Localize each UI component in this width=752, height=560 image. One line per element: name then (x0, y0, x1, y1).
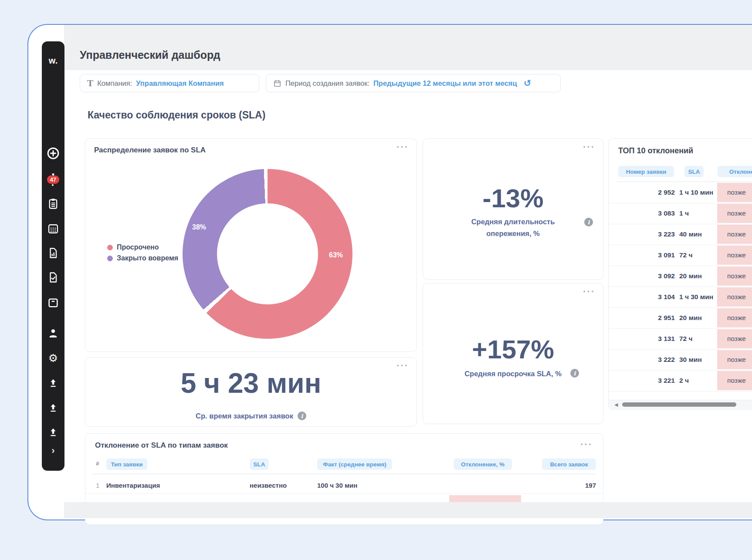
expand-chevron-icon: › (51, 446, 54, 455)
page-title: Управленческий дашборд (80, 49, 220, 61)
deviation-cell: позже (717, 225, 752, 244)
card-menu-button[interactable]: ··· (583, 142, 595, 153)
deviation-cell: позже (717, 246, 752, 265)
legend-dot-red (107, 245, 113, 250)
row-index: 1 (96, 477, 99, 493)
request-type: Инвентаризация (106, 477, 160, 493)
user-icon[interactable] (46, 326, 60, 340)
column-header-deviation[interactable]: Отклонение (718, 166, 752, 177)
deviation-value: позже (727, 230, 746, 238)
lead-time-label: Средняя длительность опережения, % (423, 216, 603, 240)
sla-value: 2 ч (679, 370, 689, 391)
table-row: 3 092 20 мин позже (609, 266, 752, 287)
legend-item-on-time[interactable]: Закрыто вовремя (107, 254, 178, 262)
horizontal-scrollbar[interactable]: ◀ (609, 400, 752, 409)
deviation-value: позже (727, 356, 746, 363)
overdue-avg-card: ··· +157% Средняя просрочка SLA, % i (423, 283, 603, 424)
column-header-fact[interactable]: Факт (среднее время) (317, 459, 392, 470)
table-row: 3 223 40 мин позже (609, 224, 752, 245)
period-filter[interactable]: Период создания заявок: Предыдущие 12 ме… (266, 74, 561, 92)
card-menu-button[interactable]: ··· (396, 142, 409, 153)
sla-donut-chart[interactable] (183, 169, 352, 339)
column-header-sla[interactable]: SLA (250, 459, 269, 470)
table-row: 3 222 30 мин позже (609, 349, 752, 371)
calendar-grid-icon[interactable] (46, 222, 60, 236)
request-number: 3 092 (609, 266, 675, 287)
table-row: 2 952 1 ч 10 мин позже (609, 182, 752, 203)
request-number: 3 222 (609, 349, 675, 370)
lead-time-label-line2: опережения, % (423, 228, 603, 240)
clipboard-list-icon[interactable] (46, 197, 60, 211)
upload-icon[interactable] (46, 425, 60, 439)
deviation-cell: позже (717, 267, 752, 286)
header-band (64, 25, 752, 70)
deviation-cell: позже (717, 371, 752, 390)
company-filter[interactable]: T Компания: Управляющая Компания (80, 74, 259, 92)
deviation-cell: позже (717, 329, 752, 348)
top10-deviations-card: ТОП 10 отклонений Номер заявки SLA Откло… (608, 138, 752, 410)
deviation-value: позже (727, 314, 746, 321)
card-title: ТОП 10 отклонений (618, 146, 693, 155)
column-header-total[interactable]: Всего заявок (542, 459, 596, 470)
card-title: Распределение заявок по SLA (94, 146, 206, 155)
card-menu-button[interactable]: ··· (580, 439, 593, 450)
info-icon[interactable]: i (570, 369, 579, 378)
settings-gear-icon[interactable]: ⚙ (46, 351, 60, 365)
info-icon[interactable]: i (584, 218, 593, 226)
sla-value: 1 ч 10 мин (679, 182, 713, 203)
request-number: 3 091 (609, 245, 675, 266)
legend-item-overdue[interactable]: Просрочено (107, 243, 178, 251)
request-number: 3 131 (609, 328, 675, 349)
calendar-icon (273, 79, 281, 88)
period-filter-value[interactable]: Предыдущие 12 месяцы или этот месяц (373, 79, 517, 88)
upload-icon[interactable] (46, 401, 60, 415)
column-header-index: # (96, 460, 99, 467)
lead-time-value: -13% (423, 185, 603, 212)
period-filter-label: Период создания заявок: (285, 79, 369, 88)
sla-value: 40 мин (679, 224, 702, 245)
legend-label: Просрочено (117, 243, 159, 251)
reset-filter-icon[interactable]: ↺ (524, 78, 532, 88)
column-header-type[interactable]: Тип заявки (106, 459, 147, 470)
notification-count-badge: 47 (47, 175, 59, 184)
archive-box-icon[interactable] (46, 296, 60, 310)
sla-value: 1 ч 30 мин (679, 287, 713, 307)
info-icon[interactable]: i (298, 412, 306, 420)
column-header-sla[interactable]: SLA (684, 166, 704, 177)
lead-time-card: ··· -13% Средняя длительность опережения… (423, 138, 603, 280)
legend-label: Закрыто вовремя (117, 254, 178, 262)
card-menu-button[interactable]: ··· (583, 286, 595, 297)
sla-value: 72 ч (679, 245, 693, 266)
sla-value: неизвестно (250, 477, 287, 493)
upload-icon[interactable] (46, 376, 60, 390)
table-row: 2 951 20 мин позже (609, 307, 752, 329)
row-divider (85, 493, 603, 494)
request-number: 3 083 (609, 203, 675, 224)
column-header-request-number[interactable]: Номер заявки (618, 166, 674, 177)
donut-legend: Просрочено Закрыто вовремя (107, 243, 178, 262)
total-value: 197 (542, 477, 596, 493)
scroll-left-arrow-icon[interactable]: ◀ (614, 402, 618, 408)
table-row: 3 091 72 ч позже (609, 245, 752, 266)
company-filter-value[interactable]: Управляющая Компания (136, 79, 224, 88)
deviation-value: позже (727, 293, 746, 300)
column-header-deviation[interactable]: Отклонение, % (454, 459, 512, 470)
document-check-icon[interactable] (46, 270, 60, 284)
request-number: 2 951 (609, 307, 675, 328)
add-circle-icon[interactable] (46, 146, 60, 160)
lead-time-label-line1: Средняя длительность (423, 216, 603, 228)
donut-label-on-time: 38% (192, 223, 206, 231)
app-logo: w. (42, 56, 64, 66)
deviation-value: позже (727, 209, 746, 217)
expand-sidebar-button[interactable]: › (46, 444, 60, 458)
sla-value: 72 ч (679, 328, 693, 349)
notifications-badge[interactable]: 47 (46, 172, 60, 186)
deviation-cell: позже (717, 308, 752, 327)
sla-value: 20 мин (679, 307, 702, 328)
report-chart-document-icon[interactable] (46, 246, 60, 260)
donut-label-overdue: 63% (329, 251, 343, 259)
footer-band (64, 502, 752, 518)
table-row: 3 221 2 ч позже (609, 370, 752, 391)
deviation-value: позже (727, 335, 746, 342)
scrollbar-thumb[interactable] (622, 402, 736, 407)
